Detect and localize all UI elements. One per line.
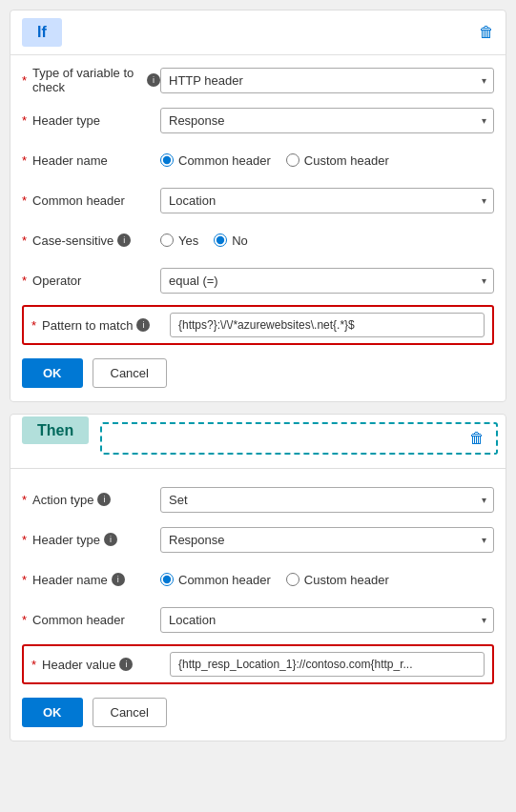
then-header-type-select-wrapper: Response Request ▾ [160,527,494,553]
if-header-name-label: * Header name [22,153,160,168]
if-delete-icon[interactable]: 🗑 [479,24,494,41]
then-common-header-radio[interactable] [160,573,174,586]
if-card-header: If 🗑 [10,10,506,55]
if-header-name-control: Common header Custom header [160,153,494,168]
then-delete-icon[interactable]: 🗑 [469,430,485,447]
if-operator-select-wrapper: equal (=) not equal (!=) contains regex … [160,268,494,294]
header-value-info-icon[interactable]: i [119,658,133,671]
type-of-variable-control: HTTP header Query string Cookie ▾ [160,68,494,93]
if-ok-button[interactable]: OK [22,358,83,388]
then-badge-wrapper: Then [10,415,100,462]
type-of-variable-row: * Type of variable to check i HTTP heade… [22,65,494,95]
if-common-header-radio-label[interactable]: Common header [160,153,271,168]
if-yes-radio-label[interactable]: Yes [160,233,198,248]
if-operator-control: equal (=) not equal (!=) contains regex … [160,268,494,294]
if-no-radio-label[interactable]: No [214,233,248,248]
then-action-type-row: * Action type i Set Delete Append ▾ [22,484,494,515]
if-custom-header-text: Custom header [304,153,389,168]
if-no-text: No [232,233,248,248]
then-header-name-row: * Header name i Common header Custom hea… [22,564,494,595]
then-action-type-label: * Action type i [22,493,160,507]
if-card: If 🗑 * Type of variable to check i HTTP … [10,10,506,402]
if-common-header-label: * Common header [22,193,160,208]
if-case-sensitive-control: Yes No [160,233,494,248]
required-star: * [22,73,27,88]
if-yes-text: Yes [178,233,198,248]
then-header-value-label: * Header value i [31,658,170,672]
then-badge: Then [22,416,89,444]
required-star-4: * [22,193,27,208]
type-of-variable-select[interactable]: HTTP header Query string Cookie [160,68,494,93]
if-pattern-row: * Pattern to match i [22,305,494,345]
required-star-10: * [22,573,27,587]
if-pattern-inner: * Pattern to match i [26,309,490,341]
type-of-variable-select-wrapper: HTTP header Query string Cookie ▾ [160,68,494,93]
if-operator-label: * Operator [22,274,160,288]
then-action-type-select[interactable]: Set Delete Append [160,487,494,513]
if-common-header-select[interactable]: Location Content-Type Cache-Control [160,188,494,213]
then-header-type-select[interactable]: Response Request [160,527,494,553]
then-header-type-row: * Header type i Response Request ▾ [22,524,494,555]
if-common-header-control: Location Content-Type Cache-Control ▾ [160,188,494,213]
if-badge: If [22,18,62,47]
action-type-info-icon[interactable]: i [97,493,111,506]
if-custom-header-radio[interactable] [286,153,299,167]
then-card-body: * Action type i Set Delete Append ▾ [10,475,506,741]
if-case-sensitive-label: * Case-sensitive i [22,233,160,248]
then-common-header-control: Location Content-Type Cache-Control ▾ [160,607,494,633]
then-header-type-label: * Header type i [22,533,160,547]
then-button-row: OK Cancel [22,694,494,731]
then-action-type-select-wrapper: Set Delete Append ▾ [160,487,494,513]
then-header-value-inner: * Header value i [26,648,490,680]
required-star-12: * [31,658,36,672]
then-common-header-text: Common header [178,573,271,587]
if-header-type-select[interactable]: Response Request [160,108,494,133]
case-sensitive-info-icon[interactable]: i [117,233,131,247]
then-common-header-radio-label[interactable]: Common header [160,573,271,587]
if-common-header-row: * Common header Location Content-Type Ca… [22,185,494,215]
then-ok-button[interactable]: OK [22,698,83,727]
required-star-6: * [22,274,27,288]
then-common-header-select[interactable]: Location Content-Type Cache-Control [160,607,494,633]
then-common-header-label: * Common header [22,613,160,627]
if-cancel-button[interactable]: Cancel [93,358,167,388]
then-card: Then 🗑 * Action type i [10,414,506,741]
if-yes-radio[interactable] [160,233,174,247]
then-cancel-button[interactable]: Cancel [93,698,167,727]
required-star-3: * [22,153,27,168]
type-of-variable-label: * Type of variable to check i [22,66,160,94]
then-header-type-control: Response Request ▾ [160,527,494,553]
then-card-header: Then 🗑 [10,415,506,462]
then-header-row: 🗑 [102,424,496,453]
if-header-type-label: * Header type [22,113,160,128]
required-star-2: * [22,113,27,128]
if-no-radio[interactable] [214,233,227,247]
then-custom-header-radio-label[interactable]: Custom header [286,573,389,587]
pattern-info-icon[interactable]: i [136,318,150,332]
required-star-7: * [31,318,36,333]
required-star-5: * [22,233,27,248]
if-header-name-row: * Header name Common header Custom heade… [22,145,494,175]
type-of-variable-info-icon[interactable]: i [147,73,160,87]
if-custom-header-radio-label[interactable]: Custom header [286,153,389,168]
if-header-type-select-wrapper: Response Request ▾ [160,108,494,133]
if-common-header-radio[interactable] [160,153,174,167]
then-header-value-input[interactable] [170,652,485,677]
if-common-header-select-wrapper: Location Content-Type Cache-Control ▾ [160,188,494,213]
then-header-type-info-icon[interactable]: i [104,533,117,546]
if-common-header-text: Common header [178,153,271,168]
then-header-value-row: * Header value i [22,644,494,684]
then-custom-header-radio[interactable] [286,573,299,586]
then-common-header-select-wrapper: Location Content-Type Cache-Control ▾ [160,607,494,633]
then-action-type-control: Set Delete Append ▾ [160,487,494,513]
then-header-name-info-icon[interactable]: i [112,573,125,586]
if-pattern-input[interactable] [170,313,485,337]
if-pattern-label: * Pattern to match i [31,318,170,333]
if-header-type-control: Response Request ▾ [160,108,494,133]
then-common-header-row: * Common header Location Content-Type Ca… [22,604,494,635]
then-header-name-label: * Header name i [22,573,160,587]
if-operator-select[interactable]: equal (=) not equal (!=) contains regex [160,268,494,294]
then-divider [10,468,506,469]
if-button-row: OK Cancel [22,355,494,392]
then-header-name-control: Common header Custom header [160,573,494,587]
